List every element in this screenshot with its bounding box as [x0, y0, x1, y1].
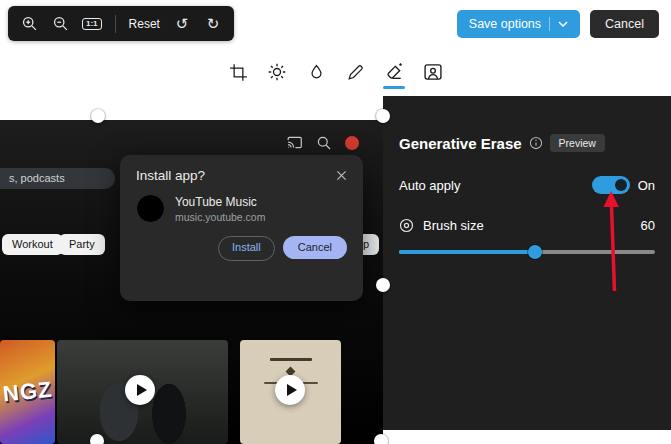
- crop-tool-button[interactable]: [225, 58, 251, 86]
- sun-icon: [267, 62, 287, 82]
- youtube-music-app-icon: [136, 194, 165, 223]
- preview-badge: Preview: [550, 134, 605, 152]
- photo-editor-window: 1:1 Reset ↺ ↻ Save options Cancel: [0, 0, 671, 444]
- slider-fill: [399, 250, 535, 254]
- chip-party: Party: [59, 234, 105, 255]
- top-actions: Save options Cancel: [457, 10, 659, 38]
- generative-erase-panel: Generative Erase Preview Auto apply On B…: [383, 96, 671, 430]
- ornament-bar: [270, 358, 312, 361]
- app-name: YouTube Music: [175, 195, 265, 209]
- install-app-dialog: Install app? YouTube Music music.youtube…: [120, 155, 363, 301]
- background-person-icon: [423, 62, 443, 82]
- yt-search-text: s, podcasts: [9, 172, 65, 184]
- erase-tool-button[interactable]: [381, 58, 407, 86]
- panel-title: Generative Erase: [399, 135, 522, 152]
- actual-size-button[interactable]: 1:1: [82, 13, 102, 35]
- handle-dot[interactable]: [374, 434, 388, 444]
- undo-button[interactable]: ↺: [173, 13, 191, 35]
- toolbar-divider: [115, 15, 116, 33]
- dialog-install-button: Install: [218, 236, 275, 261]
- crop-icon: [229, 63, 248, 82]
- photo-canvas[interactable]: s, podcasts Workout Party Sleep Install …: [0, 120, 383, 444]
- play-button-icon: [125, 375, 155, 405]
- eraser-icon: [384, 62, 404, 82]
- handle-dot[interactable]: [90, 434, 104, 444]
- zoom-in-icon: [21, 15, 38, 32]
- zoom-toolbar: 1:1 Reset ↺ ↻: [8, 6, 234, 41]
- avatar: [345, 136, 359, 150]
- brush-size-slider[interactable]: [399, 244, 655, 260]
- zoom-out-icon: [52, 15, 69, 32]
- pen-icon: [346, 63, 365, 82]
- handle-dot[interactable]: [91, 109, 105, 123]
- brush-size-label: Brush size: [423, 218, 632, 233]
- chip-workout: Workout: [2, 234, 63, 255]
- app-url: music.youtube.com: [175, 211, 265, 223]
- actual-size-icon: 1:1: [82, 18, 102, 30]
- markup-tool-button[interactable]: [342, 58, 368, 86]
- video-thumbnails-row: NGZ: [0, 340, 383, 444]
- graffiti-text: NGZ: [2, 376, 54, 407]
- dialog-title: Install app?: [136, 168, 205, 183]
- save-options-button[interactable]: Save options: [457, 10, 580, 38]
- handle-dot[interactable]: [376, 109, 390, 123]
- cancel-button[interactable]: Cancel: [590, 10, 659, 38]
- split-divider: [549, 17, 550, 31]
- dialog-cancel-button: Cancel: [283, 236, 347, 259]
- close-icon: [336, 170, 347, 181]
- yt-search-bar: s, podcasts: [0, 168, 115, 189]
- adjustment-tool-button[interactable]: [264, 58, 290, 86]
- filter-tool-button[interactable]: [303, 58, 329, 86]
- yt-header-icons: [286, 134, 359, 151]
- background-tool-button[interactable]: [420, 58, 446, 86]
- zoom-in-button[interactable]: [20, 13, 38, 35]
- slider-knob[interactable]: [528, 245, 542, 259]
- handle-dot[interactable]: [376, 278, 390, 292]
- info-icon[interactable]: [529, 136, 543, 150]
- brush-size-icon: [399, 218, 414, 233]
- auto-apply-state: On: [638, 178, 655, 193]
- cast-icon: [286, 134, 303, 151]
- zoom-out-button[interactable]: [51, 13, 69, 35]
- reset-button[interactable]: Reset: [129, 13, 160, 35]
- filter-droplet-icon: [307, 63, 326, 82]
- thumbnail-video: [57, 340, 228, 444]
- brush-size-value: 60: [641, 218, 655, 233]
- toggle-knob: [615, 179, 627, 191]
- auto-apply-toggle[interactable]: [592, 176, 630, 194]
- search-icon: [316, 135, 332, 151]
- redo-button[interactable]: ↻: [204, 13, 222, 35]
- play-button-icon: [275, 375, 305, 405]
- save-options-label: Save options: [469, 17, 541, 31]
- chevron-down-icon: [558, 21, 568, 27]
- thumbnail-graffiti: NGZ: [0, 340, 55, 444]
- auto-apply-label: Auto apply: [399, 178, 584, 193]
- thumbnail-ornate: [240, 340, 341, 444]
